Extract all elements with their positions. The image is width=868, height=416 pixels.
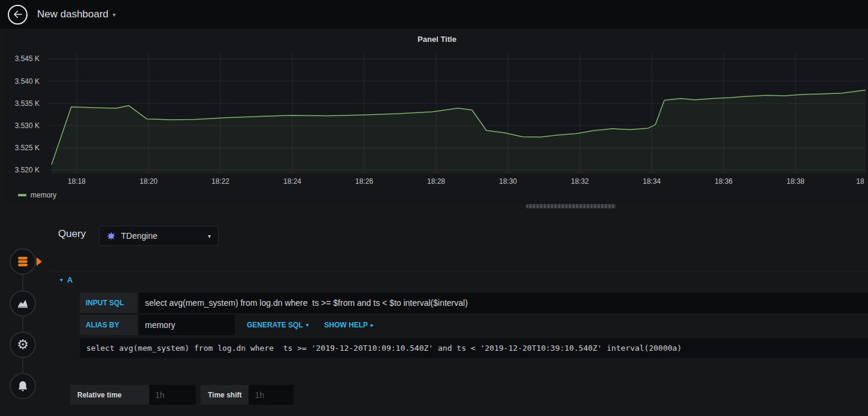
tab-visualization[interactable] [10, 290, 36, 317]
caret-down-icon: ▾ [208, 233, 211, 239]
tdengine-logo-icon [107, 232, 116, 241]
x-tick-label: 18:32 [571, 177, 589, 186]
time-shift-label: Time shift [201, 385, 249, 405]
rail-connector-line [22, 262, 23, 386]
datasource-name: TDengine [121, 231, 158, 241]
x-tick-label: 18:24 [283, 177, 301, 186]
dashboard-title[interactable]: New dashboard [37, 8, 108, 20]
x-tick-label: 18:18 [68, 177, 86, 186]
relative-time-input[interactable] [149, 385, 196, 405]
x-tick-label: 18 [856, 177, 864, 186]
x-tick-label: 18:38 [787, 177, 805, 186]
tab-alert[interactable] [10, 373, 36, 399]
legend-item-memory[interactable]: memory [18, 191, 56, 199]
panel-title[interactable]: Panel Title [6, 35, 868, 44]
y-tick-label: 3.530 K [15, 122, 40, 130]
y-tick-label: 3.545 K [15, 54, 40, 63]
x-tick-label: 18:20 [140, 177, 158, 186]
active-tab-pointer-icon [37, 257, 42, 266]
x-tick-label: 18:22 [211, 177, 229, 186]
database-icon [17, 256, 29, 268]
y-tick-label: 3.540 K [15, 77, 40, 86]
arrow-left-icon [13, 9, 23, 20]
alias-row: ALIAS BY GENERATE SQL ▾ SHOW HELP ▸ [80, 315, 868, 335]
input-sql-field[interactable] [139, 293, 868, 313]
show-help-label: SHOW HELP [324, 321, 368, 329]
query-ref-row[interactable]: ▾ A [51, 271, 868, 289]
x-tick-label: 18:28 [427, 177, 445, 186]
resize-handle[interactable] [526, 204, 616, 208]
show-help-button[interactable]: SHOW HELP ▸ [320, 315, 377, 335]
x-tick-label: 18:36 [715, 177, 733, 186]
legend-label: memory [31, 191, 56, 199]
gear-icon: ⚙ [17, 338, 29, 351]
caret-down-icon[interactable]: ▾ [113, 11, 116, 18]
caret-right-icon: ▸ [371, 322, 374, 328]
alias-by-label: ALIAS BY [80, 315, 137, 335]
area-chart-icon [16, 297, 29, 310]
tab-queries[interactable] [10, 248, 36, 275]
y-tick-label: 3.525 K [15, 144, 40, 152]
generate-sql-label: GENERATE SQL [247, 321, 303, 329]
input-sql-label: INPUT SQL [80, 293, 137, 313]
time-options-row: Relative time Time shift [70, 385, 294, 405]
y-tick-label: 3.520 K [15, 166, 40, 174]
tab-general-settings[interactable]: ⚙ [10, 332, 36, 358]
chart-panel: Panel Title 3.520 K3.525 K3.530 K3.535 K… [6, 29, 868, 204]
datasource-picker[interactable]: TDengine ▾ [99, 226, 219, 246]
top-bar: New dashboard ▾ [0, 0, 868, 29]
generated-sql-preview: select avg(mem_system) from log.dn where… [80, 338, 868, 358]
x-tick-label: 18:26 [355, 177, 373, 186]
caret-down-icon: ▾ [60, 277, 63, 283]
chart-plot[interactable] [48, 53, 866, 174]
alias-field[interactable] [139, 315, 235, 335]
bell-icon [16, 379, 29, 393]
input-sql-row: INPUT SQL [80, 293, 868, 313]
grafana-app: New dashboard ▾ Panel Title 3.520 K3.525… [0, 0, 868, 416]
x-tick-label: 18:30 [499, 177, 517, 186]
relative-time-label: Relative time [70, 385, 149, 405]
query-section-title: Query [58, 228, 86, 240]
back-button[interactable] [8, 5, 28, 25]
x-axis: 18:1818:2018:2218:2418:2618:2818:3018:32… [48, 177, 866, 187]
legend-color-swatch [18, 194, 26, 196]
y-axis: 3.520 K3.525 K3.530 K3.535 K3.540 K3.545… [6, 53, 43, 174]
time-shift-input[interactable] [249, 385, 294, 405]
y-tick-label: 3.535 K [15, 99, 40, 108]
query-ref-letter: A [67, 275, 72, 284]
caret-down-icon: ▾ [306, 322, 309, 328]
x-tick-label: 18:34 [643, 177, 661, 186]
generate-sql-button[interactable]: GENERATE SQL ▾ [243, 315, 312, 335]
